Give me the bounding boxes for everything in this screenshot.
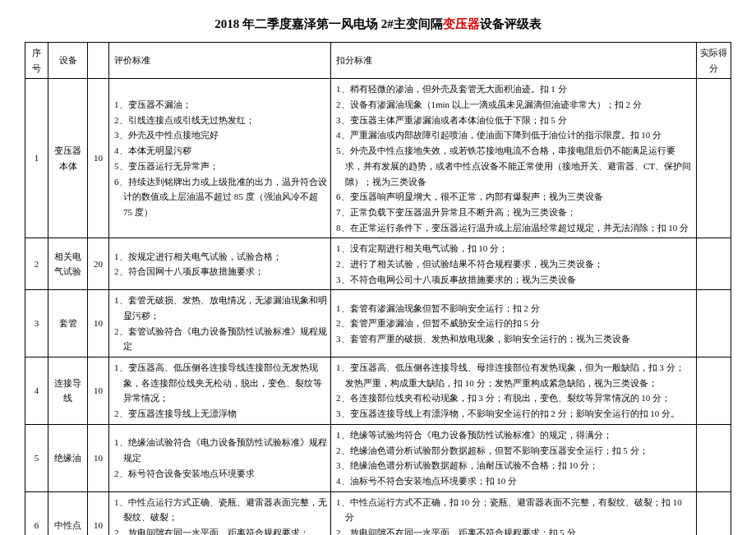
rating-table: 序号 设备 评价标准 扣分标准 实际得分 1变压器本体101、变压器不漏油；2、… [25,42,731,535]
table-row: 1变压器本体101、变压器不漏油；2、引线连接点或引线无过热发红；3、外壳及中性… [25,79,731,238]
deduct-line: 3、不符合电网公司十八项反事故措施要求的；视为三类设备 [336,272,693,288]
eval-line: 2、标号符合设备安装地点环境要求 [114,466,327,482]
deduct-line: 1、没有定期进行相关电气试验，扣 10 分； [336,241,693,256]
eval-line: 3、外壳及中性点接地完好 [114,127,327,143]
cell-eval-criteria: 1、变压器不漏油；2、引线连接点或引线无过热发红；3、外壳及中性点接地完好4、本… [109,79,331,238]
cell-device: 绝缘油 [48,424,88,491]
cell-device: 连接导线 [48,357,88,425]
header-seq: 序号 [25,43,48,79]
deduct-line: 2、设备有渗漏油现象（1min 以上一滴或虽未见漏滴但油迹非常大）；扣 2 分 [336,97,693,113]
deduct-line: 2、各连接部位线夹有松动现象，扣 3 分；有脱出，变色、裂纹等异常情况的 10 … [336,390,693,406]
cell-deduct-criteria: 1、稍有轻微的渗油，但外壳及套管无大面积油迹。扣 1 分2、设备有渗漏油现象（1… [331,79,697,238]
deduct-line: 3、变压器主体严重渗漏油或者本体油位低于下限；扣 5 分 [336,113,693,128]
deduct-line: 6、变压器响声明显增大，很不正常，内部有爆裂声；视为三类设备 [336,189,693,205]
eval-line: 6、持续达到铭牌出力或上级批准的出力，温升符合设计的数值或上层油温不超过 85 … [114,174,327,220]
cell-deduct-criteria: 1、套管有渗漏油现象但暂不影响安全运行；扣 2 分2、套管严重渗漏油，但暂不威胁… [331,290,697,357]
cell-seq: 1 [25,79,48,238]
deduct-line: 2、绝缘油色谱分析试验部分数据超标，但暂不影响变压器安全运行；扣 5 分； [336,443,693,459]
cell-actual-score [697,424,731,491]
header-actual: 实际得分 [697,43,731,79]
deduct-line: 3、变压器连接导线上有漂浮物，不影响安全运行的扣 2 分；影响安全运行的扣 10… [336,406,693,422]
cell-eval-criteria: 1、变压器高、低压侧各连接导线连接部位无发热现象，各连接部位线夹无松动，脱出，变… [109,357,331,425]
cell-score: 10 [88,491,109,535]
cell-device: 套管 [48,290,88,357]
cell-score: 10 [88,79,109,238]
table-row: 6中性点101、中性点运行方式正确、瓷瓶、避雷器表面完整，无裂纹、破裂；2、放电… [25,491,731,535]
table-row: 4连接导线101、变压器高、低压侧各连接导线连接部位无发热现象，各连接部位线夹无… [25,357,731,425]
cell-actual-score [697,79,731,238]
cell-seq: 3 [25,290,48,357]
cell-actual-score [697,238,731,290]
eval-line: 4、本体无明显污秽 [114,143,327,159]
eval-line: 1、绝缘油试验符合《电力设备预防性试验标准》规程规定 [114,435,327,465]
eval-line: 1、变压器高、低压侧各连接导线连接部位无发热现象，各连接部位线夹无松动，脱出，变… [114,360,327,406]
cell-deduct-criteria: 1、变压器高、低压侧各连接导线、母排连接部位有发热现象，但为一般缺陷，扣 3 分… [331,357,697,425]
cell-eval-criteria: 1、绝缘油试验符合《电力设备预防性试验标准》规程规定2、标号符合设备安装地点环境… [109,424,331,491]
table-row: 3套管101、套管无破损、发热、放电情况，无渗漏油现象和明显污秽；2、套管试验符… [25,290,731,357]
document-title: 2018 年二季度嘉泽第一风电场 2#主变间隔变压器设备评级表 [25,16,731,32]
table-row: 5绝缘油101、绝缘油试验符合《电力设备预防性试验标准》规程规定2、标号符合设备… [25,424,731,491]
cell-score: 10 [88,290,109,357]
header-deduct: 扣分标准 [331,43,697,79]
cell-seq: 4 [25,357,48,425]
cell-deduct-criteria: 1、没有定期进行相关电气试验，扣 10 分；2、进行了相关试验，但试验结果不符合… [331,238,697,290]
header-score [88,43,109,79]
deduct-line: 1、绝缘等试验均符合《电力设备预防性试验标准》的规定，得满分； [336,427,693,443]
cell-deduct-criteria: 1、中性点运行方式不正确，扣 10 分；瓷瓶、避雷器表面不完整，有裂纹、破裂；扣… [331,491,697,535]
deduct-line: 4、严重漏油或内部故障引起喷油，使油面下降到低于油位计的指示限度。扣 10 分 [336,127,693,143]
deduct-line: 5、外壳及中性点接地失效，或若铁芯接地电流不合格，串接电阻后仍不能满足运行要求，… [336,143,693,189]
cell-eval-criteria: 1、中性点运行方式正确、瓷瓶、避雷器表面完整，无裂纹、破裂；2、放电间隙在同一水… [109,491,331,535]
table-row: 2相关电气试验201、按规定进行相关电气试验，试验合格；2、符合国网十八项反事故… [25,238,731,290]
eval-line: 1、套管无破损、发热、放电情况，无渗漏油现象和明显污秽； [114,293,327,323]
cell-seq: 6 [25,491,48,535]
eval-line: 2、套管试验符合《电力设备预防性试验标准》规程规定 [114,324,327,354]
header-row: 序号 设备 评价标准 扣分标准 实际得分 [25,43,731,79]
cell-seq: 2 [25,238,48,290]
cell-seq: 5 [25,424,48,491]
header-dev: 设备 [48,43,88,79]
eval-line: 1、按规定进行相关电气试验，试验合格； [114,249,327,265]
eval-line: 2、符合国网十八项反事故措施要求； [114,264,327,279]
cell-device: 变压器本体 [48,79,88,238]
cell-score: 10 [88,424,109,491]
header-eval: 评价标准 [109,43,331,79]
cell-actual-score [697,290,731,357]
deduct-line: 2、放电间隙不在同一水平面、距离不符合规程要求；扣 5 分 [336,525,693,535]
deduct-line: 2、套管严重渗漏油，但暂不威胁安全运行的扣 5 分 [336,316,693,331]
cell-score: 10 [88,357,109,425]
deduct-line: 1、变压器高、低压侧各连接导线、母排连接部位有发热现象，但为一般缺陷，扣 3 分… [336,360,693,390]
cell-actual-score [697,357,731,425]
title-suffix: 设备评级表 [480,17,542,30]
cell-device: 相关电气试验 [48,238,88,290]
deduct-line: 3、绝缘油色谱分析试验数据超标，油耐压试验不合格；扣 10 分； [336,458,693,473]
deduct-line: 4、油标号不符合安装地点环境要求；扣 10 分 [336,473,693,489]
deduct-line: 8、在正常运行条件下，变压器运行温升或上层油温经常超过规定，并无法消除；扣 10… [336,220,693,236]
deduct-line: 1、稍有轻微的渗油，但外壳及套管无大面积油迹。扣 1 分 [336,81,693,97]
title-prefix: 2018 年二季度嘉泽第一风电场 2#主变间隔 [214,17,443,30]
cell-eval-criteria: 1、按规定进行相关电气试验，试验合格；2、符合国网十八项反事故措施要求； [109,238,331,290]
deduct-line: 3、套管有严重的破损、发热和放电现象，影响安全运行的；视为三类设备 [336,331,693,347]
deduct-line: 2、进行了相关试验，但试验结果不符合规程要求，视为三类设备； [336,256,693,272]
deduct-line: 1、套管有渗漏油现象但暂不影响安全运行；扣 2 分 [336,301,693,316]
cell-deduct-criteria: 1、绝缘等试验均符合《电力设备预防性试验标准》的规定，得满分；2、绝缘油色谱分析… [331,424,697,491]
cell-score: 20 [88,238,109,290]
eval-line: 2、引线连接点或引线无过热发红； [114,113,327,128]
deduct-line: 7、正常负载下变压器温升异常且不断升高；视为三类设备； [336,205,693,220]
cell-actual-score [697,491,731,535]
cell-device: 中性点 [48,491,88,535]
eval-line: 2、放电间隙在同一水平面，距离符合规程要求； [114,525,327,535]
eval-line: 1、变压器不漏油； [114,97,327,113]
eval-line: 5、变压器运行无异常声； [114,159,327,174]
cell-eval-criteria: 1、套管无破损、发热、放电情况，无渗漏油现象和明显污秽；2、套管试验符合《电力设… [109,290,331,357]
eval-line: 1、中性点运行方式正确、瓷瓶、避雷器表面完整，无裂纹、破裂； [114,495,327,525]
title-red-word: 变压器 [443,17,480,30]
deduct-line: 1、中性点运行方式不正确，扣 10 分；瓷瓶、避雷器表面不完整，有裂纹、破裂；扣… [336,495,693,525]
eval-line: 2、变压器连接导线上无漂浮物 [114,406,327,422]
